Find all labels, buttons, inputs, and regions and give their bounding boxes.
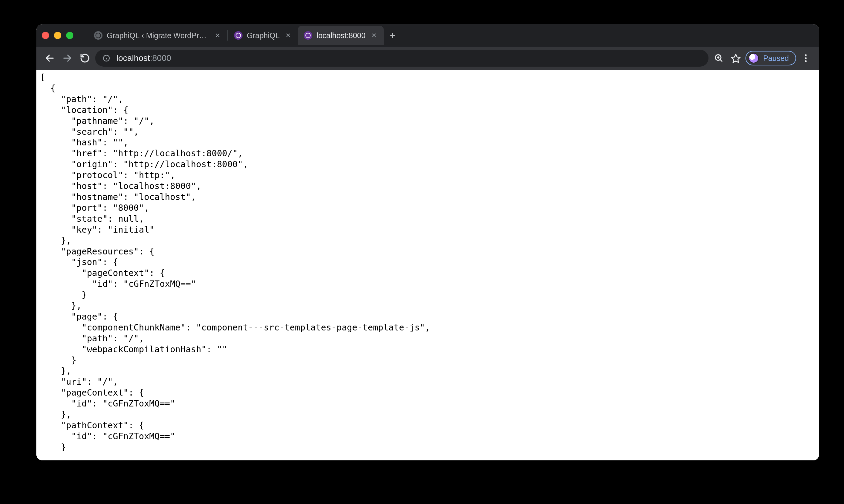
tab-title: GraphiQL [247, 31, 279, 40]
forward-button[interactable] [60, 51, 74, 66]
svg-point-0 [236, 33, 240, 38]
tab-title: GraphiQL ‹ Migrate WordPress [107, 31, 209, 40]
tab-graphiql-wp[interactable]: GraphiQL ‹ Migrate WordPress × [88, 26, 227, 45]
tab-title: localhost:8000 [316, 31, 365, 40]
url-port: :8000 [150, 53, 171, 63]
new-tab-button[interactable]: + [384, 30, 402, 41]
window-zoom-button[interactable] [66, 32, 73, 39]
toolbar: localhost:8000 Paused [36, 47, 819, 70]
gatsby-icon [304, 31, 312, 40]
svg-line-8 [720, 59, 722, 61]
gatsby-icon [234, 31, 243, 40]
back-button[interactable] [42, 51, 57, 66]
browser-window: GraphiQL ‹ Migrate WordPress × GraphiQL … [36, 24, 819, 461]
avatar-icon [748, 53, 759, 63]
profile-chip[interactable]: Paused [745, 51, 796, 66]
svg-point-1 [306, 33, 310, 38]
window-controls [42, 32, 73, 39]
window-close-button[interactable] [42, 32, 49, 39]
close-icon[interactable]: × [284, 31, 292, 40]
bookmark-icon[interactable] [728, 51, 743, 66]
profile-status: Paused [763, 54, 789, 63]
address-bar[interactable]: localhost:8000 [95, 50, 708, 67]
overflow-menu-button[interactable] [798, 51, 813, 66]
close-icon[interactable]: × [213, 31, 222, 40]
svg-point-14 [805, 60, 807, 62]
close-icon[interactable]: × [370, 31, 378, 40]
globe-icon [94, 31, 102, 40]
svg-point-12 [805, 54, 807, 56]
url-text: localhost:8000 [116, 53, 171, 63]
page-viewport: [ { "path": "/", "location": { "pathname… [36, 70, 819, 461]
tab-localhost-8000[interactable]: localhost:8000 × [298, 26, 383, 45]
response-body: [ { "path": "/", "location": { "pathname… [36, 70, 819, 455]
tab-graphiql[interactable]: GraphiQL × [228, 26, 298, 45]
svg-marker-11 [731, 54, 740, 62]
toolbar-right: Paused [711, 51, 813, 66]
site-info-icon[interactable] [102, 54, 111, 63]
url-host: localhost [116, 53, 150, 63]
svg-point-13 [805, 57, 807, 59]
window-minimize-button[interactable] [54, 32, 61, 39]
zoom-icon[interactable] [711, 51, 726, 66]
tab-strip: GraphiQL ‹ Migrate WordPress × GraphiQL … [36, 24, 819, 47]
reload-button[interactable] [77, 51, 92, 66]
